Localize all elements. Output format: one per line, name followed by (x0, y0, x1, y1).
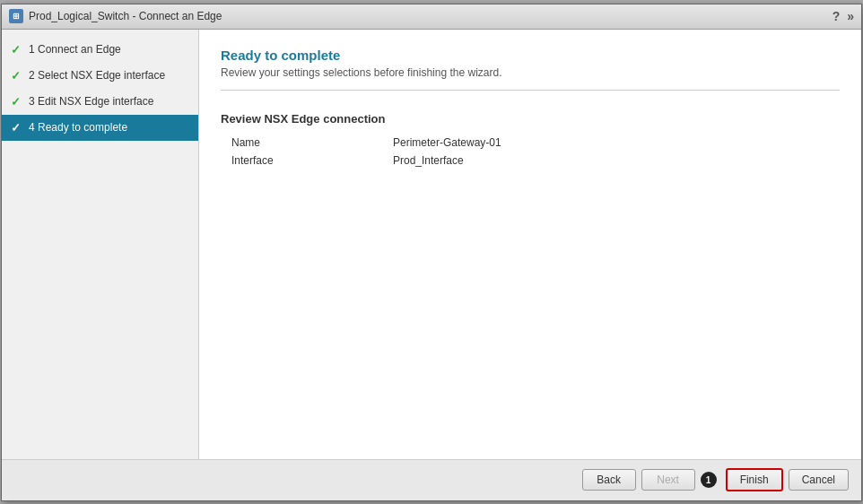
dialog-window: ⊞ Prod_Logical_Switch - Connect an Edge … (1, 4, 862, 501)
sidebar-label-step1: 1 Connect an Edge (29, 43, 121, 56)
dialog-footer: Back Next 1 Finish Cancel (2, 459, 861, 500)
title-bar-right: ? » (832, 9, 854, 23)
window-title: Prod_Logical_Switch - Connect an Edge (29, 10, 222, 22)
table-row: NamePerimeter-Gateway-01 (231, 136, 840, 149)
review-value: Perimeter-Gateway-01 (393, 136, 501, 149)
dialog-body: ✓1 Connect an Edge✓2 Select NSX Edge int… (2, 30, 861, 459)
table-row: InterfaceProd_Interface (231, 154, 840, 167)
check-icon-step2: ✓ (11, 69, 23, 83)
page-title: Ready to complete (221, 48, 840, 63)
sidebar-label-step4: 4 Ready to complete (29, 121, 127, 134)
sidebar-item-step1[interactable]: ✓1 Connect an Edge (2, 37, 198, 63)
review-label: Interface (231, 154, 393, 167)
review-label: Name (231, 136, 393, 149)
window-icon: ⊞ (9, 9, 23, 23)
sidebar-item-step2[interactable]: ✓2 Select NSX Edge interface (2, 63, 198, 89)
check-icon-step4: ✓ (11, 121, 23, 135)
review-section-title: Review NSX Edge connection (221, 112, 840, 126)
title-bar-left: ⊞ Prod_Logical_Switch - Connect an Edge (9, 9, 222, 23)
finish-button[interactable]: Finish (726, 468, 783, 491)
sidebar-label-step2: 2 Select NSX Edge interface (29, 69, 165, 82)
sidebar: ✓1 Connect an Edge✓2 Select NSX Edge int… (2, 30, 199, 459)
review-section: Review NSX Edge connection NamePerimeter… (221, 112, 840, 172)
sidebar-label-step3: 3 Edit NSX Edge interface (29, 95, 153, 108)
review-value: Prod_Interface (393, 154, 464, 167)
sidebar-item-step3[interactable]: ✓3 Edit NSX Edge interface (2, 89, 198, 115)
review-table: NamePerimeter-Gateway-01InterfaceProd_In… (231, 136, 840, 167)
check-icon-step3: ✓ (11, 95, 23, 109)
help-button[interactable]: ? (832, 9, 841, 23)
title-bar: ⊞ Prod_Logical_Switch - Connect an Edge … (2, 4, 861, 30)
main-content: Ready to complete Review your settings s… (199, 30, 861, 459)
next-button[interactable]: Next (641, 469, 695, 491)
cancel-button[interactable]: Cancel (789, 469, 849, 491)
step-indicator: 1 (701, 472, 717, 488)
back-button[interactable]: Back (582, 469, 636, 491)
sidebar-item-step4[interactable]: ✓4 Ready to complete (2, 115, 198, 141)
divider (221, 90, 840, 91)
page-subtitle: Review your settings selections before f… (221, 66, 840, 79)
expand-button[interactable]: » (847, 9, 854, 23)
check-icon-step1: ✓ (11, 43, 23, 56)
